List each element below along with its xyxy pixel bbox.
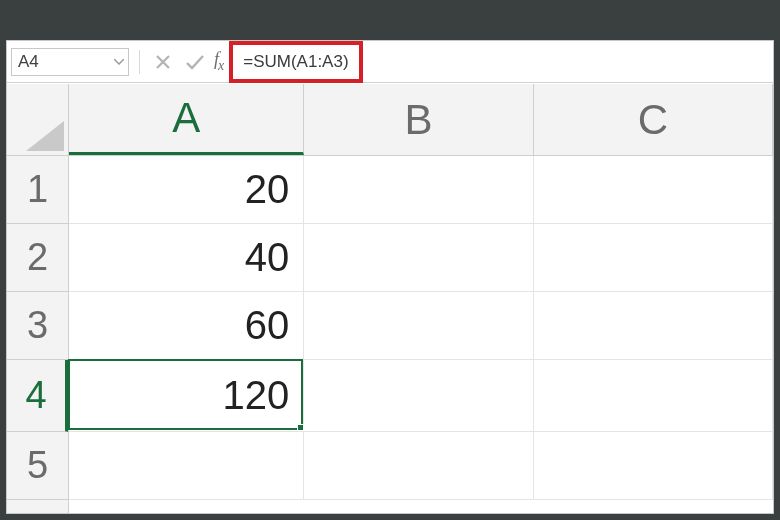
cell-b2[interactable] [304,224,533,292]
cell-b4[interactable] [304,360,533,432]
column-header-b[interactable]: B [304,84,533,155]
row-header-3[interactable]: 3 [7,292,68,360]
cancel-formula-button[interactable] [150,49,176,75]
formula-bar: A4 fx =SUM(A1:A3) [7,41,773,83]
row-header-2[interactable]: 2 [7,224,68,292]
formula-input[interactable]: =SUM(A1:A3) [243,52,348,72]
cells-area[interactable]: 204060120 [69,156,773,513]
confirm-formula-button[interactable] [182,49,208,75]
column-header-c[interactable]: C [534,84,773,155]
cell-c5[interactable] [534,432,773,500]
fx-icon[interactable]: fx [214,49,225,74]
cell-a4[interactable]: 120 [69,360,304,432]
row-header-5[interactable]: 5 [7,432,68,500]
cell-b5[interactable] [304,432,533,500]
cell-a1[interactable]: 20 [69,156,304,224]
separator [139,50,140,74]
cell-c1[interactable] [534,156,773,224]
column-header-a[interactable]: A [69,84,304,155]
cell-c3[interactable] [534,292,773,360]
cell-c2[interactable] [534,224,773,292]
select-all-corner[interactable] [7,84,69,156]
spreadsheet-grid: ABC 12345 204060120 [7,84,773,513]
cell-b1[interactable] [304,156,533,224]
column-headers: ABC [69,84,773,156]
name-box[interactable]: A4 [11,48,129,76]
cell-b3[interactable] [304,292,533,360]
cell-a2[interactable]: 40 [69,224,304,292]
row-header-1[interactable]: 1 [7,156,68,224]
cell-a3[interactable]: 60 [69,292,304,360]
cell-c4[interactable] [534,360,773,432]
name-box-value: A4 [12,52,110,72]
row-headers: 12345 [7,156,69,513]
row-header-4[interactable]: 4 [7,360,68,432]
chevron-down-icon[interactable] [110,49,128,75]
formula-input-highlight: =SUM(A1:A3) [229,41,362,83]
cell-a5[interactable] [69,432,304,500]
